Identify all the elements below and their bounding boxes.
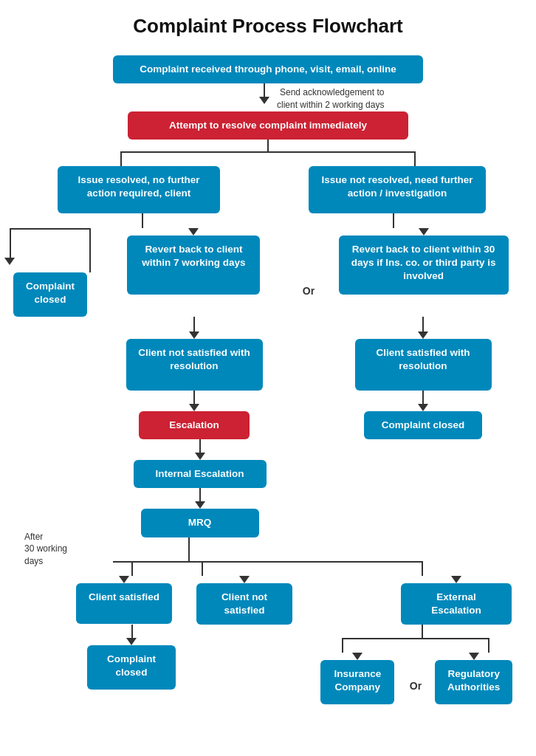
insurance-company-box: Insurance Company (320, 660, 394, 704)
complaint-closed-bottom-box: Complaint closed (87, 645, 176, 690)
client-satisfied-mrq-box: Client satisfied (76, 583, 172, 624)
revert-30-days-box: Revert back to client within 30 days if … (339, 236, 509, 295)
mrq-box: MRQ (141, 509, 259, 537)
page-title: Complaint Process Flowchart (133, 15, 403, 38)
client-not-satisfied-mrq-box: Client not satisfied (196, 583, 292, 625)
client-not-satisfied-box: Client not satisfied with resolution (126, 339, 263, 391)
internal-escalation-box: Internal Escalation (134, 460, 267, 488)
client-satisfied-box: Client satisfied with resolution (355, 339, 492, 391)
attempt-resolve-box: Attempt to resolve complaint immediately (128, 111, 408, 140)
complaint-received-box: Complaint received through phone, visit,… (113, 55, 423, 83)
revert-7-days-box: Revert back to client within 7 working d… (127, 236, 260, 295)
or-label-1: Or (303, 248, 315, 297)
issue-not-resolved-box: Issue not resolved, need further action … (309, 166, 486, 213)
escalation-box: Escalation (139, 411, 250, 439)
complaint-closed-left-box: Complaint closed (13, 272, 87, 317)
acknowledge-note: Send acknowledgement to client within 2 … (277, 86, 384, 111)
complaint-closed-right-box: Complaint closed (364, 411, 482, 439)
flowchart: Complaint Process Flowchart Complaint re… (7, 15, 529, 704)
or-label-2: Or (410, 665, 422, 692)
regulatory-authorities-box: Regulatory Authorities (435, 660, 512, 704)
external-escalation-box: External Escalation (401, 583, 512, 625)
issue-resolved-box: Issue resolved, no further action requir… (58, 166, 220, 213)
